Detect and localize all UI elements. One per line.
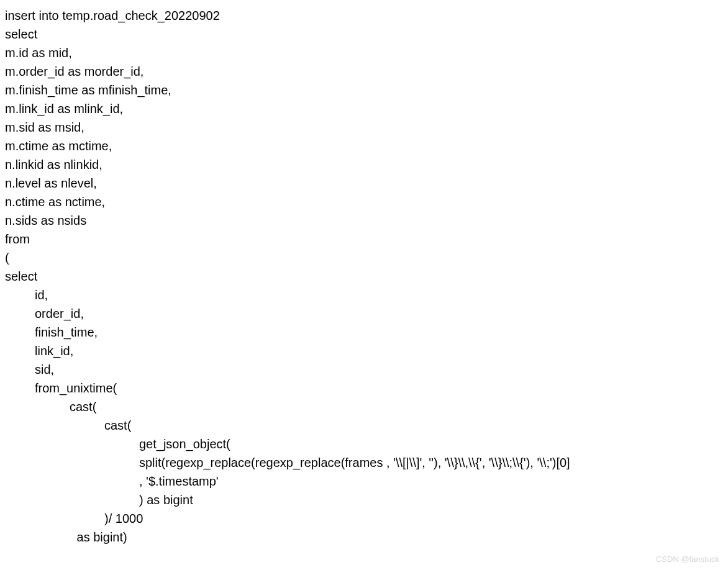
code-line: n.level as nlevel, [5, 174, 723, 192]
code-line: m.sid as msid, [5, 118, 723, 137]
code-line: order_id, [5, 304, 723, 323]
code-line: m.id as mid, [5, 43, 723, 62]
code-line: , '$.timestamp' [5, 472, 723, 491]
code-line: as bigint) [5, 528, 723, 546]
code-line: select [5, 267, 723, 286]
code-line: n.linkid as nlinkid, [5, 155, 723, 174]
watermark-text: CSDN @fanstuck [656, 553, 719, 566]
code-line: split(regexp_replace(regexp_replace(fram… [5, 453, 723, 472]
code-line: m.ctime as mctime, [5, 137, 723, 155]
code-line: from [5, 230, 723, 248]
code-line: ) as bigint [5, 491, 723, 509]
code-line: id, [5, 286, 723, 304]
code-line: finish_time, [5, 323, 723, 342]
code-line: cast( [5, 397, 723, 416]
code-line: get_json_object( [5, 435, 723, 453]
code-line: cast( [5, 416, 723, 435]
code-line: ( [5, 248, 723, 267]
code-line: n.ctime as nctime, [5, 192, 723, 211]
code-line: sid, [5, 360, 723, 379]
code-line: from_unixtime( [5, 379, 723, 397]
code-line: link_id, [5, 342, 723, 360]
code-line: n.sids as nsids [5, 211, 723, 230]
code-line: select [5, 25, 723, 43]
code-line: m.finish_time as mfinish_time, [5, 81, 723, 99]
sql-code-block: insert into temp.road_check_20220902 sel… [5, 6, 723, 546]
code-line: insert into temp.road_check_20220902 [5, 6, 723, 25]
code-line: m.link_id as mlink_id, [5, 99, 723, 118]
code-line: )/ 1000 [5, 509, 723, 528]
code-line: m.order_id as morder_id, [5, 62, 723, 81]
